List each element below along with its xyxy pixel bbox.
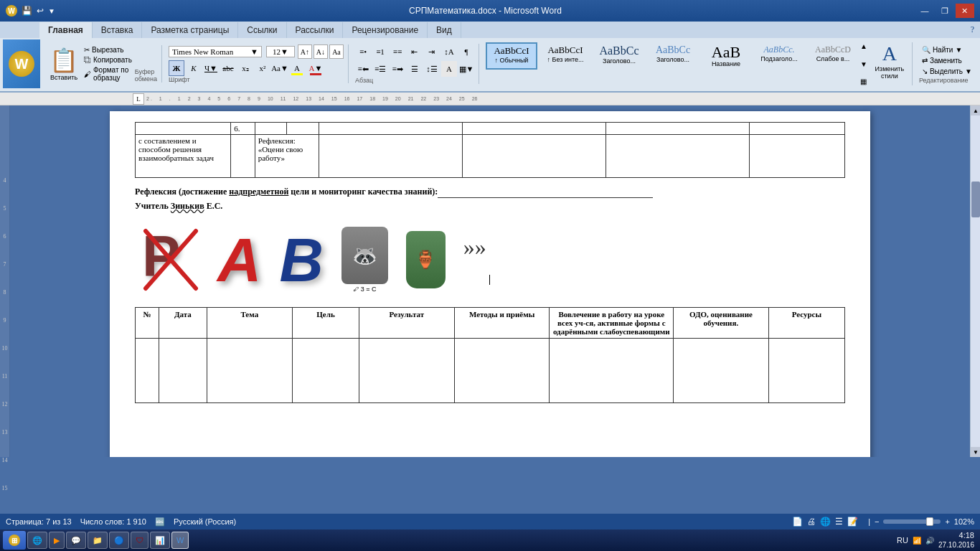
- text-cursor: [489, 275, 490, 285]
- teacher-initials: Е.С.: [204, 201, 223, 211]
- font-shrink-button[interactable]: A↓: [314, 44, 328, 59]
- word-button[interactable]: W: [171, 532, 189, 549]
- find-button[interactable]: 🔍 Найти▼: [919, 44, 975, 55]
- tab-home[interactable]: Главная: [39, 22, 93, 38]
- multilevel-button[interactable]: ≡≡: [390, 44, 405, 60]
- select-button[interactable]: ↘ Выделить▼: [919, 66, 975, 77]
- bullets-button[interactable]: ≡•: [355, 44, 371, 60]
- scroll-track[interactable]: [971, 116, 980, 447]
- style-title[interactable]: AaВ Название: [701, 42, 751, 70]
- styles-scroll-down[interactable]: ▼: [860, 60, 867, 68]
- tab-references[interactable]: Ссылки: [238, 22, 286, 38]
- font-color-dropdown: ▼: [315, 64, 323, 72]
- tab-layout[interactable]: Разметка страницы: [142, 22, 238, 38]
- zoom-out-button[interactable]: −: [875, 517, 879, 526]
- window-controls: — ❐ ✕: [915, 4, 974, 18]
- teacher-text: Учитель Зинькив Е.С.: [135, 201, 845, 212]
- tab-insert[interactable]: Вставка: [93, 22, 143, 38]
- line-spacing-button[interactable]: ↕☰: [424, 61, 440, 77]
- kaspersky-button[interactable]: 🛡: [131, 532, 149, 549]
- copy-button[interactable]: ⿻ Копировать: [83, 55, 133, 65]
- windows-logo: ⊞: [9, 534, 20, 546]
- italic-button[interactable]: К: [186, 60, 202, 76]
- font-size-selector[interactable]: 12 ▼: [266, 46, 295, 57]
- view-normal-button[interactable]: 📄: [792, 517, 803, 527]
- explorer-button[interactable]: 📁: [88, 532, 108, 549]
- styles-scroll-up[interactable]: ▲: [860, 42, 867, 50]
- case-button[interactable]: Аа▼: [272, 60, 288, 76]
- styles-expand[interactable]: ▦: [860, 77, 867, 85]
- subscript-button[interactable]: x₂: [237, 60, 253, 76]
- table-cell: [768, 339, 844, 403]
- font-grow-button[interactable]: A↑: [298, 44, 312, 59]
- format-painter-button[interactable]: 🖌 Формат по образцу: [83, 65, 133, 83]
- quick-access-undo[interactable]: ↩: [37, 6, 44, 17]
- lang-indicator: RU: [897, 536, 908, 545]
- quick-access-save[interactable]: 💾: [22, 6, 32, 17]
- justify-button[interactable]: ☰: [407, 61, 423, 77]
- view-draft-button[interactable]: 📝: [847, 517, 858, 527]
- tab-mailings[interactable]: Рассылки: [287, 22, 344, 38]
- tab-review[interactable]: Рецензирование: [343, 22, 428, 38]
- align-center-button[interactable]: ≡☰: [372, 61, 388, 77]
- sort-button[interactable]: ↕A: [441, 44, 457, 60]
- messenger-button[interactable]: 💬: [66, 532, 86, 549]
- superscript-button[interactable]: x²: [255, 60, 270, 76]
- close-button[interactable]: ✕: [956, 4, 974, 18]
- font-color-icon: A: [309, 64, 315, 72]
- document-scroll-area[interactable]: 6. с составлением и способом решения вза…: [10, 105, 970, 457]
- replace-button[interactable]: ⇄ Заменить: [919, 55, 975, 66]
- view-web-button[interactable]: 🌐: [820, 517, 831, 527]
- underline-button[interactable]: Ч▼: [203, 60, 219, 76]
- minimize-button[interactable]: —: [915, 4, 934, 18]
- zoom-slider[interactable]: [883, 519, 941, 524]
- restore-button[interactable]: ❐: [936, 4, 954, 18]
- style-subtle[interactable]: AaBbCcD Слабое в...: [807, 42, 859, 70]
- scissors-icon: ✂: [84, 46, 90, 54]
- paste-label: Вставить: [50, 74, 77, 81]
- clear-format-button[interactable]: Aa: [329, 44, 344, 59]
- chrome-button[interactable]: 🔵: [109, 532, 129, 549]
- quick-access-dropdown[interactable]: ▼: [48, 7, 55, 15]
- style-no-spacing[interactable]: AaBbCcI ↑ Без инте...: [540, 42, 591, 70]
- start-button[interactable]: ⊞: [3, 531, 26, 550]
- vertical-scrollbar[interactable]: ▲ ▼: [970, 105, 980, 457]
- style-heading1[interactable]: AaBbCc Заголово...: [593, 42, 645, 70]
- help-icon[interactable]: ?: [965, 22, 980, 38]
- zoom-in-button[interactable]: +: [945, 517, 949, 526]
- bottom-table: № Дата Тема Цель Результат Методы и приё…: [135, 307, 845, 403]
- view-outline-button[interactable]: ☰: [835, 517, 843, 527]
- scroll-thumb[interactable]: [971, 182, 980, 217]
- paste-button[interactable]: 📋 Вставить: [45, 45, 83, 83]
- office-button[interactable]: W: [3, 39, 40, 88]
- scroll-up-button[interactable]: ▲: [971, 105, 980, 116]
- tab-selector[interactable]: L: [133, 93, 144, 105]
- table-row: с составлением и способом решения взаимо…: [136, 135, 845, 178]
- font-color-button[interactable]: A ▼: [308, 60, 324, 76]
- scroll-down-button[interactable]: ▼: [971, 447, 980, 457]
- font-name-selector[interactable]: Times New Roman ▼: [169, 46, 262, 57]
- zoom-thumb[interactable]: [926, 517, 933, 526]
- strikethrough-button[interactable]: abc: [220, 60, 236, 76]
- numbering-button[interactable]: ≡1: [372, 44, 388, 60]
- tab-view[interactable]: Вид: [428, 22, 461, 38]
- style-subtitle[interactable]: AaBbCc. Подзаголо...: [753, 42, 805, 70]
- align-left-button[interactable]: ≡⬅: [355, 61, 371, 77]
- ie-button[interactable]: 🌐: [27, 532, 47, 549]
- shading-button[interactable]: A: [441, 61, 457, 77]
- borders-button[interactable]: ▦▼: [458, 61, 474, 77]
- align-right-button[interactable]: ≡➡: [390, 61, 405, 77]
- pilcrow-button[interactable]: ¶: [458, 44, 474, 60]
- highlight-button[interactable]: A: [289, 60, 305, 76]
- change-styles-button[interactable]: A Изменить стили: [872, 42, 908, 80]
- excel-button[interactable]: 📊: [150, 532, 170, 549]
- style-normal[interactable]: AaBbCcI ↑ Обычный: [486, 42, 537, 70]
- outdent-button[interactable]: ⇤: [407, 44, 423, 60]
- cut-button[interactable]: ✂ Вырезать: [83, 45, 133, 55]
- view-print-button[interactable]: 🖨: [807, 517, 816, 527]
- media-button[interactable]: ▶: [49, 532, 65, 549]
- bold-button[interactable]: Ж: [169, 60, 184, 76]
- indent-button[interactable]: ⇥: [424, 44, 440, 60]
- style-heading2[interactable]: AaBbCc Заголово...: [647, 42, 699, 70]
- zoom-percent: 102%: [954, 517, 974, 526]
